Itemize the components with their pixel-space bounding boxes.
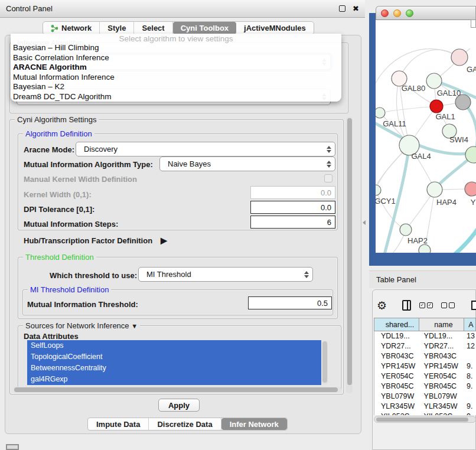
table-row[interactable]: YIL052CYIL052C9. xyxy=(374,412,476,415)
node-label: HAP4 xyxy=(436,198,457,207)
attribute-item[interactable]: TopologicalCoefficient xyxy=(27,351,321,363)
mi-algorithm-type-combobox[interactable]: Naive Bayes xyxy=(159,156,335,171)
node-label: GAL80 xyxy=(402,84,425,93)
tab-discretize-data[interactable]: Discretize Data xyxy=(149,418,221,430)
checked-columns-icon[interactable]: ✓✓ xyxy=(419,302,433,308)
control-panel-title: Control Panel xyxy=(6,4,53,13)
sources-title-text: Sources for Network Inference xyxy=(25,321,129,330)
attribute-item[interactable]: SelfLoops xyxy=(27,340,321,351)
tab-impute-data-label: Impute Data xyxy=(96,420,140,429)
mi-steps-field[interactable]: 6 xyxy=(250,216,335,229)
node-hap4 xyxy=(427,182,442,197)
table-row[interactable]: YDR27...YDR27...12 xyxy=(374,341,476,351)
node-label: GCY1 xyxy=(376,197,396,206)
gear-icon[interactable]: ⚙ xyxy=(377,299,387,311)
node-label: GAL1 xyxy=(435,112,455,121)
canvas-corner-widget xyxy=(471,19,476,28)
tab-discretize-data-label: Discretize Data xyxy=(157,420,212,429)
node-below-hap2 xyxy=(419,244,431,253)
table-rows[interactable]: YDL19...YDL19...13 YDR27...YDR27...12 YB… xyxy=(374,331,476,415)
tab-infer-network[interactable]: Infer Network xyxy=(221,418,287,430)
dropdown-item[interactable]: Basic Correlation Inference xyxy=(11,53,341,63)
tab-jactivemnodules[interactable]: jActiveMNodules xyxy=(236,22,314,34)
data-attributes-list[interactable]: SelfLoops TopologicalCoefficient Between… xyxy=(27,340,321,385)
column-header-name[interactable]: name xyxy=(419,318,464,331)
table-row[interactable]: YER054CYER054C8. xyxy=(374,371,476,381)
table-row[interactable]: YBR045CYBR045C9. xyxy=(374,381,476,392)
zoom-traffic-light-icon[interactable] xyxy=(406,9,413,17)
tab-impute-data[interactable]: Impute Data xyxy=(88,418,149,430)
tab-cyni-toolbox[interactable]: Cyni Toolbox xyxy=(173,22,236,34)
tab-network-label: Network xyxy=(61,24,92,32)
column-header-shared[interactable]: shared... xyxy=(374,318,419,331)
mi-threshold-label: Mutual Information Threshold: xyxy=(27,300,138,309)
aracne-mode-label: Aracne Mode: xyxy=(24,145,74,154)
node-gcy1 xyxy=(376,185,381,195)
dropdown-item[interactable]: Mutual Information Inference xyxy=(11,73,341,83)
tab-cyni-toolbox-label: Cyni Toolbox xyxy=(181,24,229,32)
dropdown-item[interactable]: Dream8 DC_TDC Algorithm xyxy=(11,92,341,102)
which-threshold-value: MI Threshold xyxy=(146,270,304,279)
unchecked-columns-icon[interactable] xyxy=(441,302,455,308)
hub-definition-label: Hub/Transcription Factor Definition xyxy=(24,236,152,245)
network-canvas[interactable]: GAL GAL80 GAL10 GAL1 GAL11 SWI4 GAL4 GCY… xyxy=(376,20,476,253)
algorithm-definition-title: Algorithm Definition xyxy=(23,129,94,138)
column-header-partial[interactable]: A xyxy=(464,318,476,331)
split-view-icon[interactable] xyxy=(402,300,411,311)
attribute-item[interactable]: BetweennessCentrality xyxy=(27,363,321,374)
node-hap2 xyxy=(400,224,412,236)
close-traffic-light-icon[interactable] xyxy=(381,9,389,17)
manual-kernel-width-checkbox[interactable] xyxy=(324,174,332,182)
table-icon[interactable] xyxy=(471,301,476,310)
tab-infer-network-label: Infer Network xyxy=(230,420,279,429)
node-gal10 xyxy=(426,73,442,89)
dpi-tolerance-field[interactable]: 0.0 xyxy=(250,201,335,214)
tab-style-label: Style xyxy=(107,24,126,32)
table-row[interactable]: YDL19...YDL19...13 xyxy=(374,331,476,341)
node-gal-pink xyxy=(451,49,468,66)
collapse-arrow-icon[interactable]: ▼ xyxy=(131,322,138,330)
tab-select[interactable]: Select xyxy=(134,22,172,34)
settings-vscrollbar[interactable] xyxy=(346,117,353,393)
bottom-tabbar: Impute Data Discretize Data Infer Networ… xyxy=(87,418,288,431)
node-label: GAL4 xyxy=(411,152,431,161)
apply-button[interactable]: Apply xyxy=(158,399,200,412)
table-hscrollbar[interactable] xyxy=(374,416,476,423)
minimize-traffic-light-icon[interactable] xyxy=(393,9,401,17)
splitter-handle-icon[interactable] xyxy=(363,220,366,225)
dropdown-item-selected[interactable]: ARACNE Algorithm xyxy=(11,63,341,73)
network-window-titlebar[interactable] xyxy=(376,6,476,20)
mi-steps-label: Mutual Information Steps: xyxy=(24,220,118,229)
table-row[interactable]: YPR145WYPR145W9. xyxy=(374,361,476,371)
kernel-width-field[interactable]: 0.0 xyxy=(250,186,335,199)
aracne-mode-combobox[interactable]: Discovery xyxy=(76,142,335,156)
attribute-item[interactable]: gal4RGexp xyxy=(27,374,321,385)
dropdown-item[interactable]: Bayesian – K2 xyxy=(11,82,341,92)
manual-kernel-width-label: Manual Kernel Width Definition xyxy=(24,175,137,184)
mi-threshold-field[interactable]: 0.5 xyxy=(248,296,332,309)
table-row[interactable]: YLR345WYLR345W9. xyxy=(374,402,476,412)
network-icon xyxy=(51,24,58,32)
mi-algorithm-type-value: Naive Bayes xyxy=(168,159,327,168)
node-label: Y xyxy=(471,198,476,207)
table-panel-header: Table Panel xyxy=(369,270,476,288)
which-threshold-combobox[interactable]: MI Threshold xyxy=(138,267,313,282)
node-label: SWI4 xyxy=(449,135,468,144)
expand-arrow-icon[interactable]: ▶ xyxy=(161,236,167,245)
docked-panel-icon[interactable] xyxy=(6,444,19,450)
table-row[interactable]: YBL079WYBL079W xyxy=(374,392,476,402)
table-row[interactable]: YBR043CYBR043C xyxy=(374,351,476,361)
attributes-list-scrollbar[interactable] xyxy=(322,341,328,384)
combo-spinner-icon xyxy=(327,146,331,153)
combo-spinner-icon xyxy=(304,271,309,278)
settings-hscrollbar[interactable] xyxy=(13,387,341,393)
tab-style[interactable]: Style xyxy=(100,22,134,34)
float-window-icon[interactable] xyxy=(339,5,345,12)
tab-network[interactable]: Network xyxy=(43,22,100,34)
dropdown-item[interactable]: Bayesian – Hill Climbing xyxy=(11,43,341,53)
tab-select-label: Select xyxy=(142,24,164,32)
node-table: shared... name A YDL19...YDL19...13 YDR2… xyxy=(374,318,476,415)
node-y-salmon xyxy=(465,182,476,196)
kernel-width-label: Kernel Width (0,1): xyxy=(24,190,92,199)
close-icon[interactable]: ✖ xyxy=(353,5,359,12)
